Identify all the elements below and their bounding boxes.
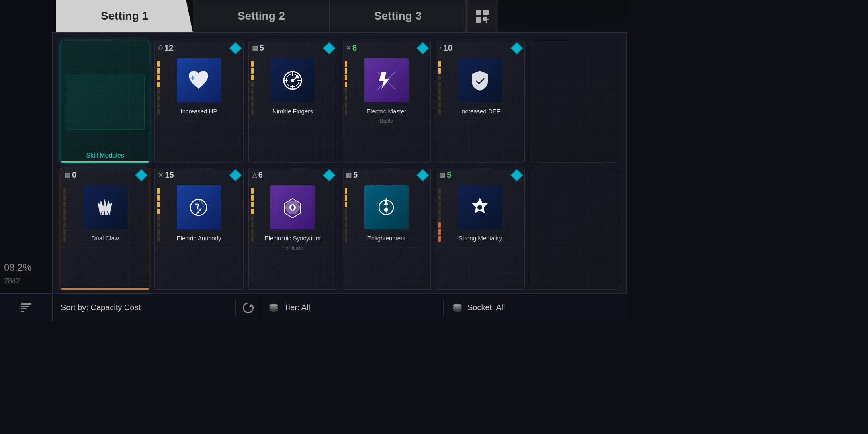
module-empty-1[interactable] xyxy=(530,41,618,163)
sort-section[interactable]: Sort by: Capacity Cost xyxy=(52,294,235,321)
svg-point-6 xyxy=(198,88,199,89)
nimble-fingers-cost: 5 xyxy=(260,43,264,53)
increased-hp-bars xyxy=(157,61,160,115)
svg-rect-22 xyxy=(21,311,24,312)
module-enlightenment[interactable]: ▦ 5 xyxy=(342,168,431,290)
grid-plus-icon[interactable] xyxy=(466,0,498,32)
tier-section[interactable]: Tier: All xyxy=(260,294,443,321)
svg-point-29 xyxy=(453,309,462,312)
sidebar-percent: 08.2% xyxy=(4,262,31,273)
nimble-fingers-name: Nimble Fingers xyxy=(269,106,316,117)
dual-claw-cost: 0 xyxy=(72,170,76,180)
module-increased-hp[interactable]: © 12 Inc xyxy=(154,41,243,163)
refresh-icon[interactable] xyxy=(242,301,254,314)
module-strong-mentality[interactable]: ▦ 5 Strong Mentalit xyxy=(436,168,524,290)
socket-label: Socket: All xyxy=(467,303,505,312)
increased-def-icon xyxy=(458,58,502,102)
dual-claw-bars xyxy=(63,188,66,242)
enlightenment-icon xyxy=(364,185,409,229)
tab-setting2[interactable]: Setting 2 xyxy=(193,0,330,32)
svg-rect-1 xyxy=(483,10,489,15)
electronic-syncytium-cost: 6 xyxy=(258,170,263,180)
electronic-syncytium-bars xyxy=(251,188,254,242)
electronic-syncytium-icon xyxy=(270,185,315,229)
svg-point-18 xyxy=(477,205,482,210)
dual-claw-icon xyxy=(83,185,127,229)
increased-def-bars xyxy=(438,61,441,115)
tabs-bar: Setting 1 Setting 2 Setting 3 xyxy=(56,0,627,32)
increased-hp-name: Increased HP xyxy=(178,106,221,117)
svg-rect-0 xyxy=(476,10,481,15)
tab-setting1[interactable]: Setting 1 xyxy=(56,0,193,32)
socket-section[interactable]: Socket: All xyxy=(444,294,627,321)
left-sidebar: 08.2% 2842 xyxy=(0,0,52,305)
module-skill-modules[interactable]: Skill Modules xyxy=(61,41,149,163)
electric-master-bars xyxy=(345,61,347,115)
module-electric-master[interactable]: ✕ 8 Elec xyxy=(342,41,431,163)
svg-rect-21 xyxy=(21,308,27,309)
tier-label: Tier: All xyxy=(284,303,310,312)
electric-antibody-cost: 15 xyxy=(165,170,174,180)
increased-def-cost: 10 xyxy=(444,43,452,53)
module-empty-2[interactable] xyxy=(530,168,618,290)
sidebar-num: 2842 xyxy=(4,277,20,285)
bottom-toolbar: Sort by: Capacity Cost Tier: All Socket:… xyxy=(0,293,627,321)
module-nimble-fingers[interactable]: ▦ 5 xyxy=(248,41,337,163)
modules-grid: Skill Modules © 12 xyxy=(61,41,618,290)
main-content: Skill Modules © 12 xyxy=(52,32,627,305)
svg-point-26 xyxy=(269,309,278,312)
electric-antibody-bars xyxy=(157,188,160,242)
svg-point-13 xyxy=(190,199,207,215)
increased-def-name: Increased DEF xyxy=(457,106,504,117)
strong-mentality-icon xyxy=(458,185,502,229)
enlightenment-bars xyxy=(345,188,347,242)
enlightenment-name: Enlightenment xyxy=(364,233,409,244)
module-increased-def[interactable]: r 10 Increased DEF xyxy=(436,41,524,163)
electronic-syncytium-tag: Fortitude xyxy=(283,245,303,251)
increased-hp-cost: 12 xyxy=(164,43,173,53)
enlightenment-cost: 5 xyxy=(353,170,358,180)
electric-master-cost: 8 xyxy=(352,43,357,53)
svg-rect-19 xyxy=(21,303,31,305)
skill-modules-label: Skill Modules xyxy=(61,152,149,159)
sort-direction-icon xyxy=(20,302,32,314)
nimble-fingers-bars xyxy=(251,61,254,115)
strong-mentality-name: Strong Mentality xyxy=(455,233,505,244)
module-electronic-syncytium[interactable]: △ 6 xyxy=(248,168,337,290)
electric-antibody-icon xyxy=(177,185,221,229)
module-electric-antibody[interactable]: ✕ 15 Ele xyxy=(154,168,243,290)
strong-mentality-cost: 5 xyxy=(447,170,451,180)
sort-label: Sort by: Capacity Cost xyxy=(61,303,141,312)
strong-mentality-bars xyxy=(438,188,441,242)
increased-hp-icon xyxy=(177,58,221,102)
tab-setting3[interactable]: Setting 3 xyxy=(330,0,466,32)
tier-icon xyxy=(268,303,279,313)
nimble-fingers-icon xyxy=(270,58,315,102)
svg-rect-2 xyxy=(476,17,481,23)
electronic-syncytium-name: Electronic Syncytium xyxy=(262,233,324,244)
svg-rect-20 xyxy=(21,306,29,307)
electric-master-icon xyxy=(364,58,409,102)
electric-master-tag: Battle xyxy=(380,118,393,124)
socket-icon xyxy=(452,303,463,313)
svg-point-17 xyxy=(384,208,388,212)
svg-marker-16 xyxy=(384,200,389,205)
dual-claw-name: Dual Claw xyxy=(88,233,122,244)
electric-master-name: Electric Master xyxy=(363,106,409,117)
electric-antibody-name: Electric Antibody xyxy=(174,233,225,244)
module-dual-claw[interactable]: ▦ 0 Dual Claw xyxy=(61,168,149,290)
